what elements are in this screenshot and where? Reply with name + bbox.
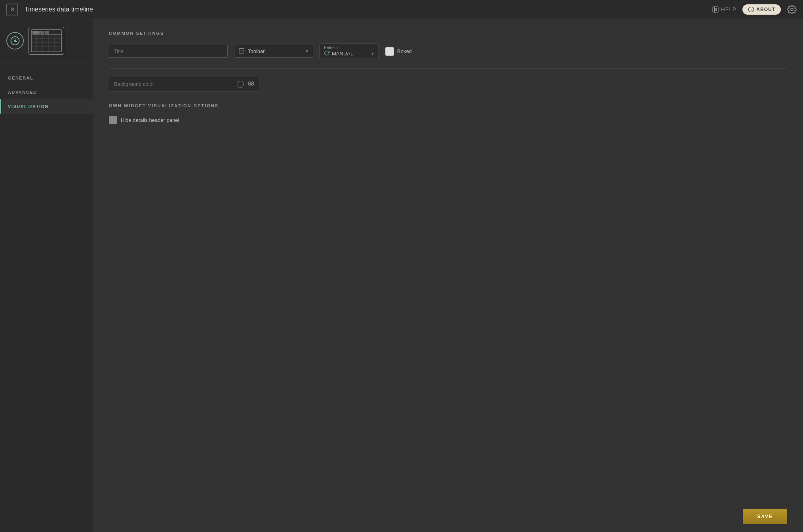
sidebar: GENERAL ADVANCED VISUALIZATION: [0, 19, 93, 532]
sidebar-nav: GENERAL ADVANCED VISUALIZATION: [0, 63, 93, 114]
own-widget-section: OWN WIDGET VISUALIZATION OPTIONS Hide de…: [109, 103, 787, 124]
sidebar-item-advanced[interactable]: ADVANCED: [0, 85, 93, 99]
background-color-section: Background color: [109, 77, 787, 91]
svg-point-33: [250, 84, 251, 85]
hide-panel-checkbox[interactable]: [109, 116, 117, 124]
svg-rect-23: [40, 31, 44, 34]
divider-1: [109, 68, 787, 69]
calendar-icon: [238, 48, 245, 55]
background-color-label: Background color: [114, 81, 233, 87]
top-bar-actions: HELP ABOUT: [712, 4, 797, 15]
info-icon: [748, 6, 754, 13]
svg-point-29: [248, 81, 253, 86]
refresh-arrow-icon: ▼: [371, 51, 375, 56]
refresh-icon: [324, 50, 329, 57]
svg-rect-25: [239, 49, 244, 53]
color-circle: [237, 81, 244, 88]
boxed-checkbox[interactable]: [385, 47, 394, 56]
title-input[interactable]: [109, 45, 228, 58]
svg-point-32: [251, 84, 252, 85]
sidebar-item-general[interactable]: GENERAL: [0, 71, 93, 85]
about-button[interactable]: ABOUT: [742, 4, 781, 15]
hide-panel-label: Hide details header panel: [121, 117, 179, 123]
svg-rect-24: [45, 31, 49, 34]
toolbar-arrow-icon: ▼: [305, 49, 309, 53]
widget-preview: [0, 19, 93, 63]
refresh-value-row: MANUAL ▼: [324, 50, 375, 57]
toolbar-label: Toolbar: [248, 48, 305, 54]
svg-point-34: [249, 83, 250, 84]
svg-point-31: [252, 83, 253, 84]
top-bar: ✕ Timeseries data timeline HELP ABOUT: [0, 0, 803, 19]
help-button[interactable]: HELP: [712, 6, 736, 13]
refresh-label: Refresh: [324, 46, 375, 50]
boxed-wrapper: Boxed: [385, 47, 412, 56]
svg-point-8: [791, 8, 793, 11]
background-color-field[interactable]: Background color: [109, 77, 259, 91]
close-button[interactable]: ✕: [6, 4, 18, 15]
hide-panel-row: Hide details header panel: [109, 116, 787, 124]
save-button[interactable]: SAVE: [743, 509, 787, 524]
main-layout: GENERAL ADVANCED VISUALIZATION COMMON SE…: [0, 19, 803, 532]
widget-circle-icon: [6, 32, 24, 49]
svg-point-12: [14, 40, 16, 42]
close-icon: ✕: [10, 6, 15, 13]
common-settings-section: COMMON SETTINGS Toolbar ▼: [109, 31, 787, 59]
settings-icon[interactable]: [787, 5, 797, 14]
settings-row: Toolbar ▼ Refresh MANUAL ▼: [109, 44, 787, 59]
boxed-label: Boxed: [397, 48, 412, 54]
save-area: SAVE: [743, 509, 787, 524]
widget-box-icon: [29, 27, 64, 55]
about-label: ABOUT: [756, 7, 775, 12]
page-title: Timeseries data timeline: [25, 6, 712, 13]
svg-rect-22: [32, 31, 40, 34]
common-settings-title: COMMON SETTINGS: [109, 31, 787, 36]
own-widget-title: OWN WIDGET VISUALIZATION OPTIONS: [109, 103, 787, 108]
toolbar-select[interactable]: Toolbar ▼: [234, 45, 313, 58]
book-icon: [712, 6, 719, 13]
sidebar-item-visualization[interactable]: VISUALIZATION: [0, 99, 93, 114]
refresh-value: MANUAL: [332, 51, 368, 57]
color-palette-icon: [248, 80, 254, 88]
help-label: HELP: [721, 6, 736, 12]
content-area: COMMON SETTINGS Toolbar ▼: [93, 19, 803, 532]
refresh-select[interactable]: Refresh MANUAL ▼: [320, 44, 379, 59]
svg-point-30: [251, 82, 251, 83]
